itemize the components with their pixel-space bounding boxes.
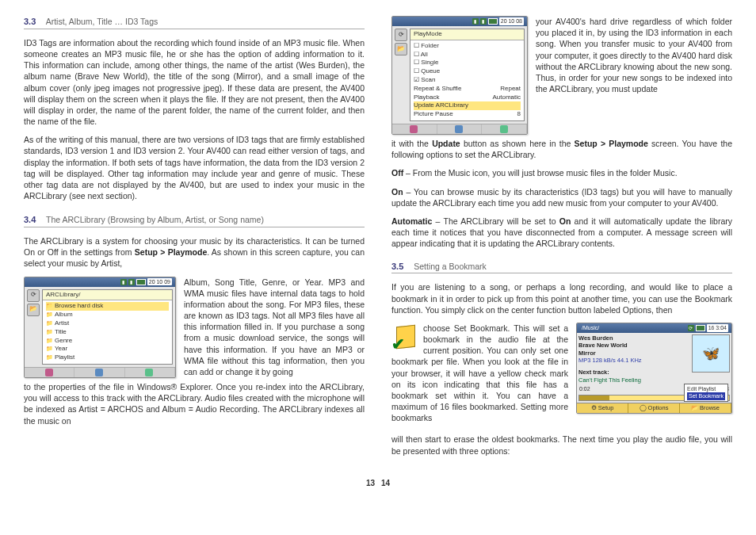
device-statusbar: ▮ ▮ 20 10 08	[392, 17, 527, 26]
section-title: Artist, Album, Title … ID3 Tags	[46, 17, 158, 26]
softkey	[125, 368, 175, 377]
softkey	[437, 124, 483, 134]
repeat-icon: ⟳	[688, 325, 694, 331]
body-text: On – You can browse music by its charact…	[391, 186, 732, 208]
softkey-setup: ⚙ Setup	[577, 403, 628, 413]
list-item: Playlist	[46, 353, 169, 362]
section-number: 3.4	[24, 215, 36, 224]
battery-icon	[136, 279, 146, 285]
body-text: If you are listening to a song, or perha…	[391, 281, 732, 315]
list-item: Artist	[46, 319, 169, 328]
section-title: Setting a Bookmark	[414, 262, 487, 271]
softkey	[392, 124, 437, 134]
body-text: Off – From the Music icon, you will just…	[391, 167, 732, 178]
clock: 20 10 08	[499, 17, 524, 25]
clock: 16 3:04	[707, 324, 728, 331]
playmode-screenshot: ▮ ▮ 20 10 08 ⟳ 📂 PlayMode ☐ Folder ☐ All…	[391, 16, 528, 135]
list-item: Genre	[46, 337, 169, 346]
pane-title: PlayMode	[410, 29, 524, 40]
section-3-3-head: 3.3 Artist, Album, Title … ID3 Tags	[24, 16, 365, 29]
clock: 20 10 09	[147, 278, 172, 285]
section-3-4-head: 3.4 The ARCLibrary (Browsing by Album, A…	[24, 214, 365, 227]
body-text: will then start to erase the oldest book…	[391, 434, 732, 456]
arclibrary-screenshot: ▮ ▮ 20 10 09 ⟳ 📂 ARCLibrary/ Browse hard…	[24, 277, 176, 379]
body-text: Automatic – The ARCLibrary will be set t…	[391, 216, 732, 250]
list-item: Album	[46, 311, 169, 319]
body-text: As of the writing of this manual, there …	[24, 134, 365, 201]
body-text: The ARCLibrary is a system for choosing …	[24, 235, 365, 269]
body-text: to the properties of the file in Windows…	[24, 381, 365, 426]
bookmark-icon: ✔	[391, 324, 418, 351]
section-number: 3.3	[24, 17, 36, 26]
reload-icon: ⟳	[27, 289, 40, 302]
battery-icon	[488, 18, 498, 25]
list-item: Year	[46, 345, 169, 353]
page-numbers: 1314	[24, 478, 732, 489]
pane-title: ARCLibrary/	[43, 290, 172, 301]
softkey	[482, 124, 527, 134]
device-statusbar: ▮ ▮ 20 10 09	[25, 277, 175, 287]
body-text: your AV400's hard drive regardless of wh…	[536, 16, 732, 94]
folder-path: /Music/	[582, 324, 599, 331]
section-title: The ARCLibrary (Browsing by Album, Artis…	[46, 215, 264, 224]
hdd-icon: ▮	[128, 279, 135, 285]
softkey-browse: 📂 Browse	[680, 403, 731, 413]
folder-icon: 📂	[395, 43, 407, 55]
section-number: 3.5	[391, 262, 403, 271]
battery-icon	[696, 325, 705, 331]
album-art: 🦋	[692, 334, 730, 373]
softkey	[74, 368, 124, 377]
signal-icon: ▮	[120, 279, 127, 285]
softkey-options: ◯ Options	[628, 403, 680, 413]
hdd-icon: ▮	[480, 18, 487, 25]
nowplaying-screenshot: /Music/ ⟳ 16 3:04 Wes Burden Brave New W…	[576, 323, 732, 414]
device-statusbar: /Music/ ⟳ 16 3:04	[577, 323, 731, 333]
options-popup: Edit Playlist Set Bookmark	[684, 384, 728, 402]
list-item: Title	[46, 328, 169, 337]
body-text: it with the Update button as shown here …	[391, 138, 732, 160]
softkey	[25, 368, 74, 377]
body-text: ID3 Tags are information about the recor…	[24, 37, 365, 127]
signal-icon: ▮	[472, 18, 479, 25]
body-text: Album, Song Title, Genre, or Year. MP3 a…	[184, 277, 365, 378]
reload-icon: ⟳	[395, 29, 407, 41]
folder-icon: 📂	[27, 304, 40, 316]
section-3-5-head: 3.5 Setting a Bookmark	[391, 261, 732, 274]
list-item: Browse hard disk	[46, 302, 169, 311]
